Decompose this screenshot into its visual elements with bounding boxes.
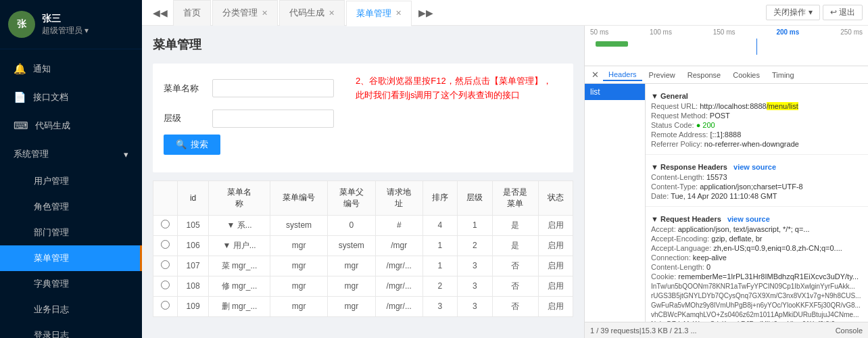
sidebar-group-label: 系统管理	[14, 148, 49, 160]
list-item-list[interactable]: list	[585, 84, 645, 100]
form-row-name: 菜单名称 2、谷歌浏览器里按F12，然后点击【菜单管理】， 此时我们看到js调用…	[164, 74, 562, 103]
cell-parent: mgr	[327, 296, 375, 316]
cell-ismenu: 是	[492, 215, 538, 235]
timeline-marker	[756, 39, 757, 55]
cell-status: 启用	[538, 215, 573, 235]
cookie-row5: vhCBWcPKamqhLVO+Zs0406z62m1011ApMkiDURuB…	[651, 310, 863, 319]
level-input[interactable]	[212, 110, 334, 128]
content-length-row: Content-Length: 15573	[651, 172, 863, 182]
radio-cell[interactable]	[153, 235, 178, 256]
devtools-close-btn[interactable]: ✕	[589, 70, 602, 80]
cell-ismenu: 否	[492, 276, 538, 296]
close-ops-btn[interactable]: 关闭操作 ▾	[766, 5, 819, 20]
content-split: 菜单管理 菜单名称 2、谷歌浏览器里按F12，然后点击【菜单管理】， 此时我们看…	[142, 26, 868, 338]
cell-status: 启用	[538, 256, 573, 276]
devtools-panel: 50 ms 100 ms 150 ms 200 ms 250 ms ✕ Head…	[584, 26, 868, 338]
tab-close-icon[interactable]: ✕	[262, 9, 268, 18]
devtools-timeline: 50 ms 100 ms 150 ms 200 ms 250 ms	[585, 26, 868, 66]
sidebar-item-login-log[interactable]: 登录日志	[0, 322, 142, 338]
cell-url: /mgr/...	[375, 296, 423, 316]
tab-category[interactable]: 分类管理 ✕	[212, 0, 278, 26]
cell-level: 2	[458, 235, 492, 256]
radio-cell[interactable]	[153, 215, 178, 235]
table-row: 109 删 mgr_... mgr mgr /mgr/... 3 3 否 启用	[153, 296, 573, 316]
form-row-level: 层级	[164, 110, 562, 128]
form-row-search: 🔍 搜索	[164, 135, 562, 155]
col-ismenu: 是否是菜单	[492, 180, 538, 215]
requests-count: 1 / 39 requests	[590, 327, 640, 335]
tab-label: 菜单管理	[356, 7, 391, 20]
sidebar-item-dict-mgmt[interactable]: 字典管理	[0, 271, 142, 297]
tab-menu[interactable]: 菜单管理 ✕	[346, 1, 412, 26]
username: 张三	[42, 13, 89, 25]
section-general: ▼ General Request URL: http://localhost:…	[646, 87, 868, 151]
sidebar-item-dept-mgmt[interactable]: 部门管理	[0, 220, 142, 245]
sidebar-item-role-mgmt[interactable]: 角色管理	[0, 194, 142, 220]
devtools-tab-preview[interactable]: Preview	[644, 70, 681, 80]
date-row: Date: Tue, 14 Apr 2020 11:10:48 GMT	[651, 191, 863, 201]
tab-prev-btn[interactable]: ◀◀	[147, 5, 173, 21]
tab-close-icon[interactable]: ✕	[395, 9, 402, 18]
devtools-tab-response[interactable]: Response	[682, 70, 727, 80]
sidebar-item-notify[interactable]: 🔔 通知	[0, 55, 142, 83]
status-code-row: Status Code: ● 200	[651, 120, 863, 130]
cell-parent: mgr	[327, 276, 375, 296]
request-url-row: Request URL: http://localhost:8888/menu/…	[651, 101, 863, 111]
radio-cell[interactable]	[153, 276, 178, 296]
cell-sort: 1	[423, 256, 457, 276]
devtools-footer: 1 / 39 requests | 15.3 KB / 21.3 ... Con…	[585, 322, 868, 338]
cell-level: 3	[458, 256, 492, 276]
table-row: 106 ▼ 用户... mgr system /mgr 1 2 是 启用	[153, 235, 573, 256]
cookie-row: Cookie: rememberMe=1IrPL31Hr8IMBdhzqR1Ei…	[651, 272, 863, 281]
devtools-tab-cookies[interactable]: Cookies	[727, 70, 765, 80]
tab-home[interactable]: 首页	[173, 0, 211, 26]
menu-table: id 菜单名称 菜单编号 菜单父编号 请求地址 排序 层级 是否是菜单 状态	[153, 180, 573, 317]
devtools-tab-headers[interactable]: Headers	[603, 69, 642, 81]
cell-sort: 3	[423, 296, 457, 316]
col-name: 菜单名称	[208, 180, 270, 215]
tab-codegen[interactable]: 代码生成 ✕	[279, 0, 345, 26]
col-sort: 排序	[423, 180, 457, 215]
sidebar-item-api-docs[interactable]: 📄 接口文档	[0, 83, 142, 112]
sidebar-item-codegen[interactable]: ⌨ 代码生成	[0, 112, 142, 140]
annotation-text: 2、谷歌浏览器里按F12，然后点击【菜单管理】， 此时我们看到js调用了这个列表…	[356, 74, 552, 103]
user-info: 张三 超级管理员 ▾	[42, 13, 89, 37]
cell-name: 修 mgr_...	[208, 276, 270, 296]
search-button[interactable]: 🔍 搜索	[164, 135, 220, 155]
radio-cell[interactable]	[153, 256, 178, 276]
cell-sort: 2	[423, 276, 457, 296]
doc-icon: 📄	[14, 91, 26, 103]
tab-close-icon[interactable]: ✕	[329, 9, 335, 18]
sidebar-group-system[interactable]: 系统管理 ▾	[0, 140, 142, 168]
cell-sort: 4	[423, 215, 457, 235]
tab-bar: ◀◀ 首页 分类管理 ✕ 代码生成 ✕ 菜单管理 ✕ ▶▶ 关闭操作 ▾ ↩ 退…	[142, 0, 868, 26]
chevron-down-icon: ▾	[124, 149, 128, 160]
accept-language-row: Accept-Language: zh,en-US;q=0.9,eniq=0.8…	[651, 243, 863, 253]
cell-level: 3	[458, 276, 492, 296]
request-headers-title: ▼ Request Headers view source	[651, 215, 863, 223]
cell-ismenu: 是	[492, 235, 538, 256]
response-view-source[interactable]: view source	[733, 163, 776, 171]
request-method-row: Request Method: POST	[651, 111, 863, 120]
console-label[interactable]: Console	[836, 327, 863, 335]
devtools-tab-timing[interactable]: Timing	[767, 70, 800, 80]
exit-btn[interactable]: ↩ 退出	[823, 5, 863, 20]
user-role[interactable]: 超级管理员 ▾	[42, 25, 89, 37]
page-title: 菜单管理	[153, 37, 573, 53]
sidebar-item-label: 代码生成	[35, 120, 70, 132]
col-status: 状态	[538, 180, 573, 215]
sidebar-header: 张 张三 超级管理员 ▾	[0, 0, 142, 49]
radio-cell[interactable]	[153, 296, 178, 316]
search-form: 菜单名称 2、谷歌浏览器里按F12，然后点击【菜单管理】， 此时我们看到js调用…	[153, 64, 573, 172]
cell-url: /mgr	[375, 235, 423, 256]
tab-next-btn[interactable]: ▶▶	[413, 5, 439, 21]
cell-url: /mgr/...	[375, 256, 423, 276]
request-view-source[interactable]: view source	[727, 215, 770, 223]
cookie-row2: InTw/un5bQOONm78KNR1aTwFyYPCIN09Cp1IbXwl…	[651, 281, 863, 291]
sidebar-item-user-mgmt[interactable]: 用户管理	[0, 168, 142, 194]
sidebar-item-menu-mgmt[interactable]: 菜单管理	[0, 245, 142, 271]
menu-name-input[interactable]	[212, 79, 334, 97]
sidebar-item-biz-log[interactable]: 业务日志	[0, 297, 142, 322]
accept-row: Accept: application/json, text/javascrip…	[651, 224, 863, 234]
req-content-length-row: Content-Length: 0	[651, 262, 863, 272]
